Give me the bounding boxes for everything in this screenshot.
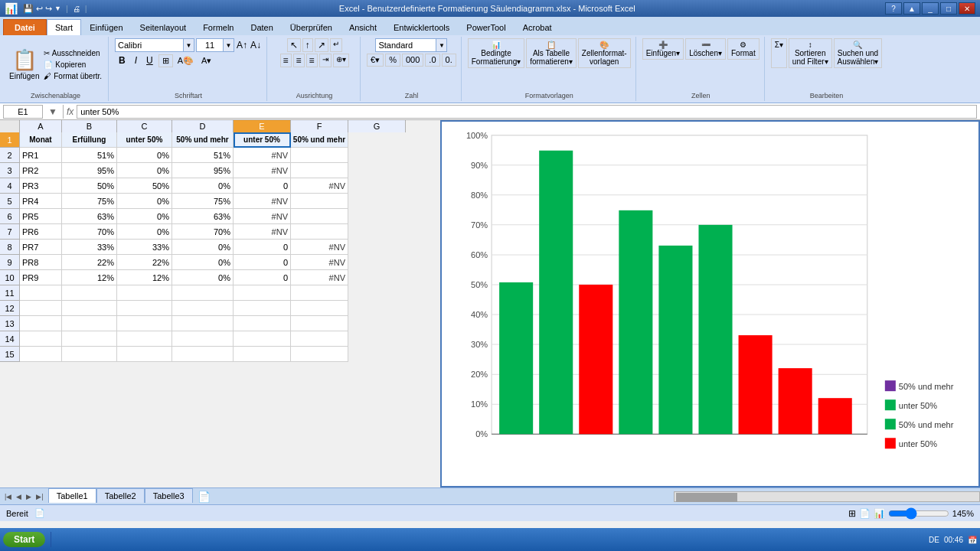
align-top-left-btn[interactable]: ↖ [287,38,301,52]
italic-btn[interactable]: I [131,54,141,67]
kopieren-btn[interactable]: 📄 Kopieren [42,60,103,70]
tab-formeln[interactable]: Formeln [194,19,242,35]
align-left-btn[interactable]: ≡ [280,54,292,67]
tab-start[interactable]: Start [47,19,81,35]
row-6-header[interactable]: 6 [0,209,20,224]
cell-C8[interactable]: 33% [117,240,172,255]
sheet-first-btn[interactable]: |◀ [3,493,13,500]
row-9-header[interactable]: 9 [0,255,20,270]
cell-F5[interactable] [291,194,348,209]
cell-C7[interactable]: 0% [117,224,172,240]
tab-tabelle2[interactable]: Tabelle2 [96,488,145,503]
cell-A2[interactable]: PR1 [20,148,62,163]
cell-C12[interactable] [117,301,172,316]
cell-B8[interactable]: 33% [62,240,117,255]
col-B[interactable]: B [62,120,117,132]
cell-F7[interactable] [291,224,348,240]
cell-F11[interactable] [291,285,348,301]
align-center-btn[interactable]: ≡ [293,54,305,67]
increase-font-btn[interactable]: A↑ [236,39,248,51]
row-11-header[interactable]: 11 [0,285,20,301]
undo-icon[interactable]: ↩ [36,4,43,14]
einf-btn-large[interactable]: 📋 Einfügen [8,47,41,82]
cell-E1[interactable]: unter 50% [234,132,291,148]
formula-expand[interactable]: ▼ [48,106,57,117]
cell-C6[interactable]: 0% [117,209,172,224]
tab-acrobat[interactable]: Acrobat [514,19,560,35]
cell-C4[interactable]: 50% [117,178,172,194]
cell-C10[interactable]: 12% [117,270,172,285]
row-5-header[interactable]: 5 [0,194,20,209]
cell-D1[interactable]: 50% und mehr [172,132,234,148]
thousands-btn[interactable]: 000 [402,54,423,67]
align-top-right-btn[interactable]: ↗ [315,38,328,52]
cell-A7[interactable]: PR6 [20,224,62,240]
cell-E2[interactable]: #NV [234,148,291,163]
sheet-prev-btn[interactable]: ◀ [15,493,23,500]
col-G[interactable]: G [348,120,406,132]
maximize-btn[interactable]: □ [940,2,957,15]
align-top-center-btn[interactable]: ↑ [302,38,313,52]
cell-B11[interactable] [62,285,117,301]
cell-B7[interactable]: 70% [62,224,117,240]
tab-ueberpruefen[interactable]: Überprüfen [282,19,341,35]
cell-B3[interactable]: 95% [62,163,117,178]
row-15-header[interactable]: 15 [0,347,20,362]
percent-btn[interactable]: % [385,54,400,67]
cell-D12[interactable] [172,301,234,316]
cell-F8[interactable]: #NV [291,240,348,255]
summe-btn[interactable]: Σ▾ [771,38,787,68]
cell-A3[interactable]: PR2 [20,163,62,178]
cell-E4[interactable]: 0 [234,178,291,194]
cell-F12[interactable] [291,301,348,316]
fill-color-btn[interactable]: A🎨 [175,55,197,67]
cell-C5[interactable]: 0% [117,194,172,209]
decrease-font-btn[interactable]: A↓ [250,39,262,51]
row-2-header[interactable]: 2 [0,148,20,163]
tab-tabelle1[interactable]: Tabelle1 [48,488,96,503]
status-icon[interactable]: 📄 [34,508,45,518]
row-8-header[interactable]: 8 [0,240,20,255]
qa-dropdown[interactable]: ▼ [54,5,61,12]
sortieren-btn[interactable]: ↕Sortierenund Filter▾ [789,38,832,68]
cell-E8[interactable]: 0 [234,240,291,255]
formatierung-btn[interactable]: 🖌 Format übertr. [42,71,103,81]
h-scrollbar-thumb[interactable] [676,493,737,502]
cell-F10[interactable]: #NV [291,270,348,285]
cell-A1[interactable]: Monat [20,132,62,148]
font-size-arrow[interactable]: ▼ [224,38,234,52]
merge-btn[interactable]: ⊕▾ [333,54,349,67]
view-layout-btn[interactable]: 📄 [859,508,871,519]
cell-E11[interactable] [234,285,291,301]
cell-A12[interactable] [20,301,62,316]
cell-D6[interactable]: 63% [172,209,234,224]
cell-E3[interactable]: #NV [234,163,291,178]
cell-D4[interactable]: 0% [172,178,234,194]
font-name-arrow[interactable]: ▼ [184,38,194,52]
cell-C9[interactable]: 22% [117,255,172,270]
row-13-header[interactable]: 13 [0,316,20,331]
cell-D5[interactable]: 75% [172,194,234,209]
col-D[interactable]: D [172,120,234,132]
zellen-formatvorlagen-btn[interactable]: 🎨Zellenformat-vorlagen [578,38,631,68]
als-tabelle-btn[interactable]: 📋Als Tabelleformatieren▾ [526,38,577,68]
cell-B2[interactable]: 51% [62,148,117,163]
number-format-input[interactable] [375,38,436,52]
view-pagebreak-btn[interactable]: 📊 [874,508,885,519]
cell-F3[interactable] [291,163,348,178]
new-sheet-btn[interactable]: 📄 [193,488,215,504]
format-btn[interactable]: ⚙Format [727,38,760,60]
cell-B1[interactable]: Erfüllung [62,132,117,148]
minimize-btn[interactable]: _ [922,2,939,15]
sheet-last-btn[interactable]: ▶| [34,493,44,500]
save-icon[interactable]: 💾 [23,4,34,14]
col-E[interactable]: E [234,120,291,132]
cell-E6[interactable]: #NV [234,209,291,224]
cell-A8[interactable]: PR7 [20,240,62,255]
row-7-header[interactable]: 7 [0,224,20,240]
tab-powertool[interactable]: PowerTool [458,19,514,35]
cell-D10[interactable]: 0% [172,270,234,285]
cell-D7[interactable]: 70% [172,224,234,240]
cell-E10[interactable]: 0 [234,270,291,285]
cell-D9[interactable]: 0% [172,255,234,270]
